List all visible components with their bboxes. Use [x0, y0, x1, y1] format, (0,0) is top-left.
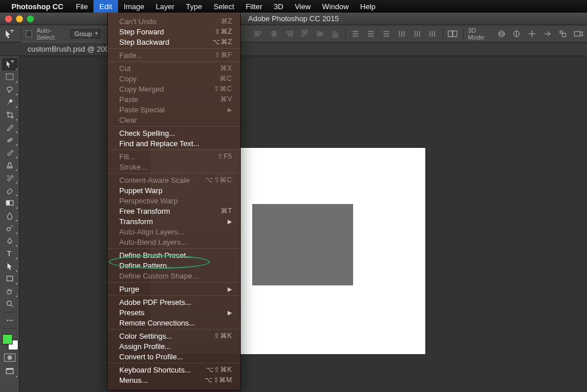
menu-item-puppet-warp[interactable]: Puppet Warp: [108, 185, 240, 195]
menu-item-label: Content-Aware Scale: [119, 176, 205, 185]
menu-item-find-and-replace-text[interactable]: Find and Replace Text...: [108, 138, 240, 148]
eraser-tool[interactable]: [2, 184, 18, 197]
brush-tool[interactable]: [2, 146, 18, 159]
align-hcenter-icon[interactable]: [268, 28, 279, 40]
menu-help[interactable]: Help: [354, 0, 381, 13]
edit-toolbar-icon[interactable]: [2, 314, 18, 327]
menu-select[interactable]: Select: [208, 0, 240, 13]
menu-item-define-brush-preset[interactable]: Define Brush Preset...: [108, 250, 240, 260]
gradient-tool[interactable]: [2, 197, 18, 209]
3d-scale-icon[interactable]: [557, 28, 568, 40]
auto-select-dropdown[interactable]: Group: [71, 29, 101, 38]
distribute-bottom-icon[interactable]: [381, 28, 392, 40]
canvas-shape[interactable]: [252, 204, 353, 285]
separator: [2, 328, 17, 329]
svg-rect-16: [429, 31, 431, 37]
menu-item-label: Copy Merged: [119, 85, 206, 93]
heal-tool[interactable]: [2, 134, 18, 146]
zoom-tool[interactable]: [2, 297, 18, 310]
auto-align-icon[interactable]: [448, 28, 459, 40]
foreground-swatch[interactable]: [2, 334, 13, 344]
menu-item-auto-blend-layers: Auto-Blend Layers...: [108, 237, 240, 247]
distribute-vcenter-icon[interactable]: [366, 28, 377, 40]
path-select-tool[interactable]: [2, 260, 18, 272]
stamp-tool[interactable]: [2, 159, 18, 171]
svg-rect-26: [574, 32, 580, 36]
svg-rect-37: [7, 276, 13, 281]
svg-rect-14: [417, 31, 418, 37]
rectangle-tool[interactable]: [2, 272, 18, 285]
menu-item-step-backward[interactable]: Step Backward⌥⌘Z: [108, 37, 240, 47]
menu-type[interactable]: Type: [180, 0, 208, 13]
menu-item-presets[interactable]: Presets▶: [108, 307, 240, 317]
lasso-tool[interactable]: [2, 83, 18, 96]
hand-tool[interactable]: [2, 285, 18, 297]
menu-item-label: Purge: [119, 285, 228, 293]
menu-item-label: Convert to Profile...: [119, 352, 232, 361]
align-right-icon[interactable]: [284, 28, 295, 40]
current-tool-icon[interactable]: +: [3, 28, 16, 40]
app-name[interactable]: Photoshop CC: [11, 2, 63, 11]
menu-item-menus[interactable]: Menus...⌥⇧⌘M: [108, 375, 240, 385]
edit-dropdown: Can't Undo⌘ZStep Forward⇧⌘ZStep Backward…: [107, 13, 241, 390]
eyedropper-tool[interactable]: [2, 121, 18, 134]
shortcut-label: ⌘Z: [206, 17, 232, 25]
menu-item-keyboard-shortcuts[interactable]: Keyboard Shortcuts...⌥⇧⌘K: [108, 364, 240, 375]
3d-pan-icon[interactable]: [527, 28, 538, 40]
menu-item-free-transform[interactable]: Free Transform⌘T: [108, 206, 240, 216]
pen-tool[interactable]: [2, 234, 18, 247]
svg-rect-6: [368, 36, 374, 37]
distribute-hcenter-icon[interactable]: [412, 28, 422, 40]
menu-item-check-spelling[interactable]: Check Spelling...: [108, 128, 240, 138]
move-tool[interactable]: +: [2, 58, 18, 70]
menu-edit[interactable]: Edit: [93, 0, 118, 13]
3d-slide-icon[interactable]: [542, 28, 553, 40]
color-swatches[interactable]: [1, 333, 18, 350]
dodge-tool[interactable]: [2, 222, 18, 234]
menu-item-label: Adobe PDF Presets...: [119, 298, 232, 307]
align-top-icon[interactable]: [299, 28, 310, 40]
3d-camera-icon[interactable]: [573, 28, 584, 40]
menu-item-transform[interactable]: Transform▶: [108, 216, 240, 226]
crop-tool[interactable]: [2, 108, 18, 121]
align-left-icon[interactable]: [253, 28, 264, 40]
menu-item-convert-to-profile[interactable]: Convert to Profile...: [108, 351, 240, 362]
align-vcenter-icon[interactable]: [315, 28, 326, 40]
svg-rect-11: [401, 31, 402, 37]
marquee-tool[interactable]: [2, 70, 18, 83]
menu-item-step-forward[interactable]: Step Forward⇧⌘Z: [108, 26, 240, 37]
menu-3d[interactable]: 3D: [268, 0, 289, 13]
menu-filter[interactable]: Filter: [240, 0, 268, 13]
menu-file[interactable]: File: [70, 0, 93, 13]
menu-item-adobe-pdf-presets[interactable]: Adobe PDF Presets...: [108, 297, 240, 307]
menu-layer[interactable]: Layer: [150, 0, 181, 13]
distribute-left-icon[interactable]: [396, 28, 407, 40]
menu-item-label: Copy: [119, 75, 206, 83]
blur-tool[interactable]: [2, 209, 18, 222]
svg-rect-28: [6, 74, 13, 80]
distribute-right-icon[interactable]: [427, 28, 438, 40]
history-brush-tool[interactable]: [2, 171, 18, 184]
menu-image[interactable]: Image: [118, 0, 150, 13]
menu-view[interactable]: View: [289, 0, 316, 13]
svg-rect-2: [353, 33, 358, 34]
align-bottom-icon[interactable]: [330, 28, 341, 40]
menu-item-define-pattern[interactable]: Define Pattern...: [108, 260, 240, 271]
3d-orbit-icon[interactable]: [496, 28, 507, 40]
quick-mask-icon[interactable]: [4, 354, 15, 362]
menu-item-color-settings[interactable]: Color Settings...⇧⌘K: [108, 331, 240, 341]
menu-item-copy: Copy⌘C: [108, 73, 240, 84]
3d-roll-icon[interactable]: [511, 28, 522, 40]
menu-item-remote-connections[interactable]: Remote Connections...: [108, 317, 240, 328]
menu-item-label: Cut: [119, 64, 206, 73]
type-tool[interactable]: T: [2, 247, 18, 260]
screen-mode-icon[interactable]: [2, 365, 18, 378]
auto-select-checkbox[interactable]: [26, 30, 32, 37]
menu-item-label: Menus...: [119, 376, 205, 385]
wand-tool[interactable]: [2, 96, 18, 108]
svg-rect-20: [453, 31, 457, 37]
distribute-top-icon[interactable]: [350, 28, 361, 40]
menu-item-purge[interactable]: Purge▶: [108, 284, 240, 294]
menu-item-assign-profile[interactable]: Assign Profile...: [108, 341, 240, 351]
menu-window[interactable]: Window: [316, 0, 354, 13]
